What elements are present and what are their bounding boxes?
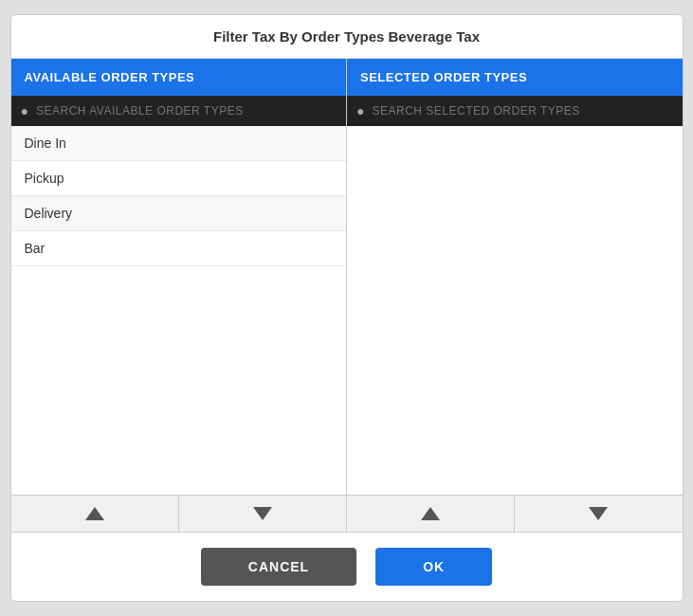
up-arrow-icon <box>421 507 440 520</box>
available-move-down-button[interactable] <box>179 496 346 532</box>
available-move-up-button[interactable] <box>11 496 179 532</box>
available-panel: AVAILABLE ORDER TYPES ● Dine In Pickup D… <box>11 59 348 532</box>
selected-items-list <box>347 126 683 495</box>
panels-container: AVAILABLE ORDER TYPES ● Dine In Pickup D… <box>11 59 683 533</box>
selected-search-icon: ● <box>356 103 364 118</box>
ok-button[interactable]: OK <box>375 548 492 586</box>
up-arrow-icon <box>85 507 104 520</box>
list-item[interactable]: Bar <box>11 231 347 266</box>
selected-panel-actions <box>347 495 683 532</box>
selected-panel: SELECTED ORDER TYPES ● <box>347 59 683 532</box>
title-prefix: Filter Tax By Order Types <box>213 28 389 45</box>
available-items-list: Dine In Pickup Delivery Bar <box>11 126 347 495</box>
cancel-button[interactable]: CANCEL <box>201 548 356 586</box>
selected-move-down-button[interactable] <box>515 496 682 532</box>
available-search-input[interactable] <box>36 104 337 118</box>
available-search-bar: ● <box>11 96 347 126</box>
down-arrow-icon <box>589 507 608 520</box>
list-item[interactable]: Pickup <box>11 161 347 196</box>
selected-search-bar: ● <box>347 96 683 126</box>
selected-move-up-button[interactable] <box>347 496 515 532</box>
list-item[interactable]: Delivery <box>11 196 347 231</box>
available-panel-header: AVAILABLE ORDER TYPES <box>11 59 347 96</box>
title-bold: Beverage Tax <box>389 28 480 45</box>
selected-panel-header: SELECTED ORDER TYPES <box>347 59 683 96</box>
down-arrow-icon <box>253 507 272 520</box>
available-search-icon: ● <box>21 103 28 118</box>
filter-dialog: Filter Tax By Order Types Beverage Tax A… <box>10 14 684 602</box>
dialog-footer: CANCEL OK <box>11 533 683 601</box>
available-panel-actions <box>11 495 347 532</box>
dialog-title: Filter Tax By Order Types Beverage Tax <box>11 15 683 59</box>
list-item[interactable]: Dine In <box>11 126 347 161</box>
selected-search-input[interactable] <box>372 104 672 118</box>
